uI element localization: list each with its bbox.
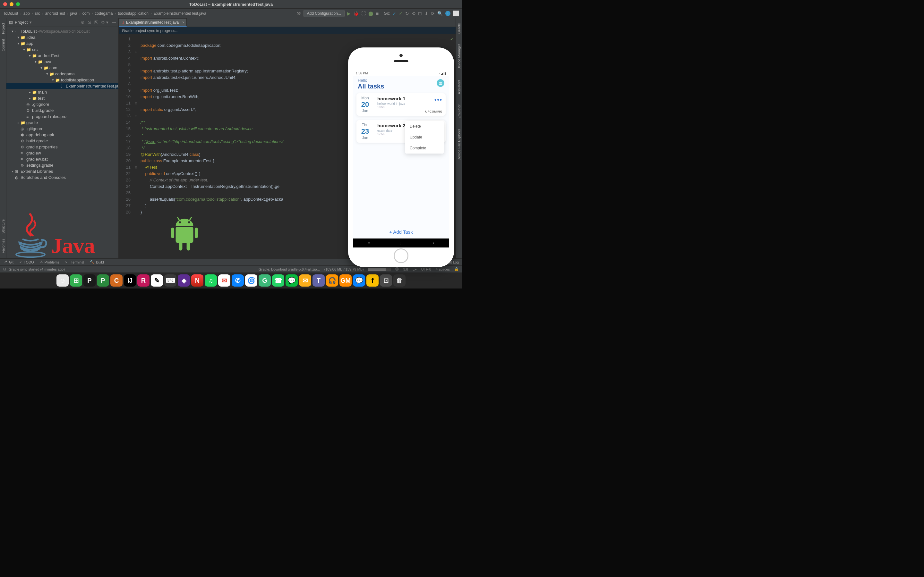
search-icon[interactable]: 🔍	[437, 11, 443, 16]
nav-home-icon[interactable]: ▢	[399, 240, 404, 245]
breadcrumb-item[interactable]: todolistapplication	[118, 11, 149, 16]
line-ending[interactable]: LF	[413, 268, 417, 271]
tree-item[interactable]: ⚙settings.gradle	[6, 162, 118, 168]
dock-app-icon[interactable]: T	[312, 274, 325, 287]
tree-item[interactable]: ⚙build.gradle	[6, 107, 118, 113]
breadcrumb-item[interactable]: src	[35, 11, 40, 16]
dock-app-icon[interactable]: 🗑	[393, 274, 405, 287]
menu-update[interactable]: Update	[405, 132, 444, 143]
memory-indicator[interactable]: (109.06 MB / 139.79 MB)	[325, 268, 364, 271]
tree-item[interactable]: ▼📁.idea	[6, 34, 118, 40]
tree-item[interactable]: ◎.gitignore	[6, 101, 118, 107]
close-window-icon[interactable]	[3, 2, 7, 6]
caret-position[interactable]: 3:8	[403, 268, 408, 271]
close-tab-icon[interactable]: ×	[182, 20, 184, 25]
tree-item[interactable]: ▸📁test	[6, 95, 118, 101]
project-tree[interactable]: ▼▫ToDoList ~/Workspace/Android/ToDoList▼…	[6, 27, 118, 258]
dock-app-icon[interactable]: ✆	[232, 274, 244, 287]
menu-delete[interactable]: Delete	[405, 121, 444, 132]
bottom-tab-git[interactable]: ⎇Git	[3, 260, 13, 264]
dock-app-icon[interactable]: 💬	[353, 274, 365, 287]
dock-app-icon[interactable]: 🎧	[326, 274, 338, 287]
tree-item[interactable]: ▼📁java	[6, 59, 118, 65]
rail-tab-gradle[interactable]: Gradle	[457, 21, 461, 35]
stop-icon[interactable]: ■	[376, 11, 379, 16]
fold-column[interactable]: ⊟ ⊟ ⊟ ⊟	[134, 35, 138, 258]
iphone-home-button[interactable]	[394, 248, 409, 263]
rail-tab-favorites[interactable]: Favorites	[1, 237, 5, 255]
cancel-progress-icon[interactable]: ⓧ	[395, 267, 399, 271]
inspection-ok-icon[interactable]: ✔	[450, 37, 454, 41]
dock-app-icon[interactable]: ✎	[151, 274, 163, 287]
sync-icon[interactable]: ⟳	[431, 11, 435, 16]
nav-back-icon[interactable]: ‹	[433, 240, 435, 245]
avd-icon[interactable]: ⊡	[418, 11, 422, 16]
tree-item[interactable]: ▼📁app	[6, 40, 118, 47]
dock-app-icon[interactable]: ⊞	[70, 274, 82, 287]
tree-item[interactable]: ▸📁gradle	[6, 119, 118, 126]
breadcrumb-item[interactable]: androidTest	[45, 11, 65, 16]
dock-app-icon[interactable]: ✉	[299, 274, 311, 287]
update-icon[interactable]: ↑	[445, 11, 451, 16]
dock-app-icon[interactable]: f	[367, 274, 379, 287]
tree-item[interactable]: ▸📁main	[6, 89, 118, 95]
more-icon[interactable]: •••	[435, 97, 443, 103]
indent-setting[interactable]: 4 spaces	[436, 268, 450, 271]
file-encoding[interactable]: UTF-8	[421, 268, 431, 271]
rail-tab-device-manager[interactable]: Device Manager	[457, 42, 461, 71]
rail-tab-project[interactable]: Project	[1, 21, 5, 36]
tree-item[interactable]: ▼📁androidTest	[6, 53, 118, 59]
breadcrumb-item[interactable]: ToDoList	[3, 11, 18, 16]
menu-complete[interactable]: Complete	[405, 143, 444, 153]
tree-item[interactable]: ≡proguard-rules.pro	[6, 113, 118, 119]
dock-app-icon[interactable]: ✉	[218, 274, 230, 287]
tree-item[interactable]: ⚙build.gradle	[6, 138, 118, 144]
dock-app-icon[interactable]: 💬	[286, 274, 298, 287]
breadcrumb-item[interactable]: ExampleInstrumentedTest.java	[153, 11, 206, 16]
dock-app-icon[interactable]: G	[258, 274, 271, 287]
dock-app-icon[interactable]: IJ	[124, 274, 136, 287]
git-history-icon[interactable]: ↻	[405, 11, 409, 16]
bottom-tab-terminal[interactable]: >_Terminal	[65, 260, 84, 264]
hide-pane-icon[interactable]: —	[111, 20, 116, 25]
tree-item[interactable]: ▼📁codegama	[6, 71, 118, 77]
build-icon[interactable]: ⚒	[297, 11, 301, 16]
calendar-icon[interactable]: ▦	[437, 79, 444, 87]
collapse-all-icon[interactable]: ⇱	[94, 20, 98, 25]
tree-item[interactable]: ▼▫ToDoList ~/Workspace/Android/ToDoList	[6, 28, 118, 34]
chevron-down-icon[interactable]: ▾	[29, 20, 32, 25]
bottom-tab-problems[interactable]: ⚠Problems	[40, 260, 59, 264]
minimize-window-icon[interactable]	[10, 2, 13, 6]
dock-app-icon[interactable]: C	[110, 274, 123, 287]
maximize-window-icon[interactable]	[16, 2, 20, 6]
rail-tab-commit[interactable]: Commit	[1, 37, 5, 53]
breadcrumb-item[interactable]: java	[70, 11, 78, 16]
git-pull-icon[interactable]: ✓	[393, 11, 396, 16]
git-revert-icon[interactable]: ⟲	[412, 11, 415, 16]
tree-item[interactable]: JExampleInstrumentedTest.ja	[6, 83, 118, 89]
task-card[interactable]: Mon 20 Jun homework 1 hellow world in ja…	[357, 93, 446, 116]
bottom-tab-build[interactable]: 🔨Build	[90, 260, 103, 264]
git-commit-icon[interactable]: ✓	[399, 11, 403, 16]
settings-gear-icon[interactable]: ⚙ ▾	[101, 20, 108, 25]
tree-item[interactable]: ◎.gitignore	[6, 126, 118, 132]
editor-tab[interactable]: J ExampleInstrumentedTest.java ×	[119, 18, 187, 27]
status-message-icon[interactable]: ⊡	[3, 267, 6, 271]
tree-item[interactable]: ▼📁src	[6, 47, 118, 53]
rail-tab-emulator[interactable]: Emulator	[457, 103, 461, 121]
dock-app-icon[interactable]: 🌀	[245, 274, 257, 287]
profiler-icon[interactable]: ⬤	[368, 11, 373, 16]
sdk-icon[interactable]: ⬇	[425, 11, 428, 16]
run-config-button[interactable]: Add Configuration...	[304, 10, 344, 17]
dock-app-icon[interactable]: ◈	[178, 274, 190, 287]
dock-app-icon[interactable]: ☺	[57, 274, 69, 287]
dock-app-icon[interactable]: GM	[339, 274, 352, 287]
add-task-button[interactable]: + Add Task	[353, 226, 449, 239]
project-title[interactable]: Project	[15, 20, 27, 25]
rail-tab-device-file-explorer[interactable]: Device File Explorer	[457, 127, 461, 162]
coverage-icon[interactable]: ⛶	[361, 11, 366, 16]
rail-tab-structure[interactable]: Structure	[1, 218, 5, 235]
rail-tab-assistant[interactable]: Assistant	[457, 78, 461, 96]
dock-app-icon[interactable]: ⌨	[164, 274, 176, 287]
bottom-tab-todo[interactable]: ✓TODO	[19, 260, 34, 264]
